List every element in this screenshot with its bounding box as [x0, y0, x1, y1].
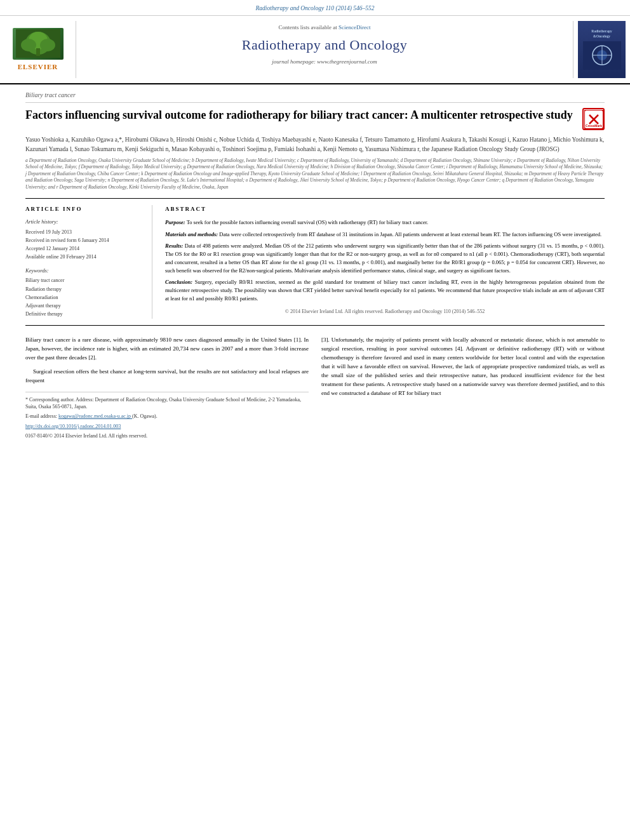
corresponding-author: * Corresponding author. Address: Departm… — [25, 396, 309, 410]
purpose-label: Purpose: — [165, 219, 185, 225]
keywords-section: Keywords: Biliary tract cancer Radiation… — [25, 267, 142, 318]
article-info-header: ARTICLE INFO — [25, 205, 142, 213]
conclusion-label: Conclusion: — [165, 279, 192, 285]
keyword-3: Chemoradiation — [25, 294, 142, 301]
body-column-2: [3]. Unfortunately, the majority of pati… — [321, 336, 605, 442]
elsevier-logo: ELSEVIER — [13, 28, 64, 72]
abstract-text: Purpose: To seek for the possible factor… — [165, 218, 605, 316]
email-link[interactable]: kogawa@radonc.med.osaka-u.ac.jp — [58, 413, 132, 419]
keyword-5: Definitive therapy — [25, 310, 142, 317]
results-text: Data of 498 patients were analyzed. Medi… — [165, 243, 605, 273]
email-label: E-mail address: — [25, 413, 57, 419]
journal-homepage: journal homepage: www.thegreenjournal.co… — [89, 58, 560, 66]
keyword-4: Adjuvant therapy — [25, 302, 142, 309]
authors-list: Yasuo Yoshioka a, Kazuhiko Ogawa a,*, Hi… — [25, 135, 605, 154]
body-text-col2: [3]. Unfortunately, the majority of pati… — [321, 336, 605, 398]
svg-text:CrossMark: CrossMark — [586, 124, 602, 128]
crossmark-badge[interactable]: CrossMark — [582, 108, 605, 130]
body-text-section: Biliary tract cancer is a rare disease, … — [25, 336, 605, 442]
footnotes-section: * Corresponding author. Address: Departm… — [25, 392, 309, 439]
conclusion-text: Surgery, especially R0/R1 resection, see… — [165, 279, 605, 302]
sciencedirect-link[interactable]: ScienceDirect — [338, 24, 370, 30]
elsevier-tree-image — [13, 28, 64, 60]
elsevier-text: ELSEVIER — [13, 62, 64, 72]
publisher-logo-area: ELSEVIER — [0, 21, 76, 78]
journal-header: ELSEVIER Contents lists available at Sci… — [0, 16, 630, 84]
history-available: Available online 20 February 2014 — [25, 253, 142, 260]
journal-ref-text: Radiotherapy and Oncology 110 (2014) 546… — [256, 5, 375, 11]
journal-title: Radiotherapy and Oncology — [89, 36, 560, 55]
results-label: Results: — [165, 243, 183, 249]
journal-reference-bar: Radiotherapy and Oncology 110 (2014) 546… — [0, 0, 630, 16]
article-info-column: ARTICLE INFO Article history: Received 1… — [25, 205, 152, 319]
mm-text: Data were collected retrospectively from… — [219, 231, 601, 237]
body-para-2: Surgical resection offers the best chanc… — [25, 368, 309, 385]
article-category: Biliary tract cancer — [25, 91, 605, 103]
abstract-header: ABSTRACT — [165, 205, 605, 213]
affiliations-text: a Department of Radiation Oncology, Osak… — [25, 157, 605, 191]
email-suffix: (K. Ogawa). — [132, 413, 158, 419]
email-line: E-mail address: kogawa@radonc.med.osaka-… — [25, 413, 309, 420]
body-text-col1: Biliary tract cancer is a rare disease, … — [25, 336, 309, 385]
journal-cover-area: Radiotherapy&Oncology — [573, 21, 630, 78]
article-info-abstract-section: ARTICLE INFO Article history: Received 1… — [25, 198, 605, 326]
keywords-label: Keywords: — [25, 267, 142, 275]
issn-line: 0167-8140/© 2014 Elsevier Ireland Ltd. A… — [25, 432, 309, 439]
abstract-copyright: © 2014 Elsevier Ireland Ltd. All rights … — [165, 308, 605, 316]
history-received: Received 19 July 2013 — [25, 229, 142, 236]
journal-cover-image: Radiotherapy&Oncology — [578, 21, 626, 78]
keyword-2: Radiation therapy — [25, 286, 142, 293]
body-column-1: Biliary tract cancer is a rare disease, … — [25, 336, 309, 442]
abstract-purpose: Purpose: To seek for the possible factor… — [165, 218, 605, 227]
main-content: Biliary tract cancer Factors influencing… — [0, 84, 630, 448]
authors-text: Yasuo Yoshioka a, Kazuhiko Ogawa a,*, Hi… — [25, 137, 604, 152]
mm-label: Materials and methods: — [165, 231, 218, 237]
abstract-methods: Materials and methods: Data were collect… — [165, 230, 605, 239]
cover-title: Radiotherapy&Oncology — [591, 29, 612, 39]
history-accepted: Accepted 12 January 2014 — [25, 245, 142, 252]
sciencedirect-prefix: Contents lists available at — [279, 24, 337, 30]
article-history: Article history: Received 19 July 2013 R… — [25, 218, 142, 261]
abstract-column: ABSTRACT Purpose: To seek for the possib… — [165, 205, 605, 319]
history-revised: Received in revised form 6 January 2014 — [25, 237, 142, 244]
abstract-results: Results: Data of 498 patients were analy… — [165, 242, 605, 274]
body-para-1: Biliary tract cancer is a rare disease, … — [25, 336, 309, 363]
svg-point-5 — [40, 39, 55, 51]
article-title-section: Factors influencing survival outcome for… — [25, 108, 605, 130]
abstract-conclusion: Conclusion: Surgery, especially R0/R1 re… — [165, 278, 605, 302]
sciencedirect-line: Contents lists available at ScienceDirec… — [89, 23, 560, 32]
svg-rect-3 — [36, 48, 40, 56]
doi-line: http://dx.doi.org/10.1016/j.radonc.2014.… — [25, 423, 309, 430]
keyword-1: Biliary tract cancer — [25, 277, 142, 284]
article-title: Factors influencing survival outcome for… — [25, 108, 573, 123]
history-label: Article history: — [25, 218, 142, 226]
doi-link[interactable]: http://dx.doi.org/10.1016/j.radonc.2014.… — [25, 423, 121, 429]
purpose-text: To seek for the possible factors influen… — [187, 219, 429, 225]
svg-point-4 — [21, 39, 36, 51]
journal-title-area: Contents lists available at ScienceDirec… — [76, 21, 573, 78]
body-para-col2: [3]. Unfortunately, the majority of pati… — [321, 336, 605, 398]
crossmark-icon: CrossMark — [582, 108, 605, 130]
